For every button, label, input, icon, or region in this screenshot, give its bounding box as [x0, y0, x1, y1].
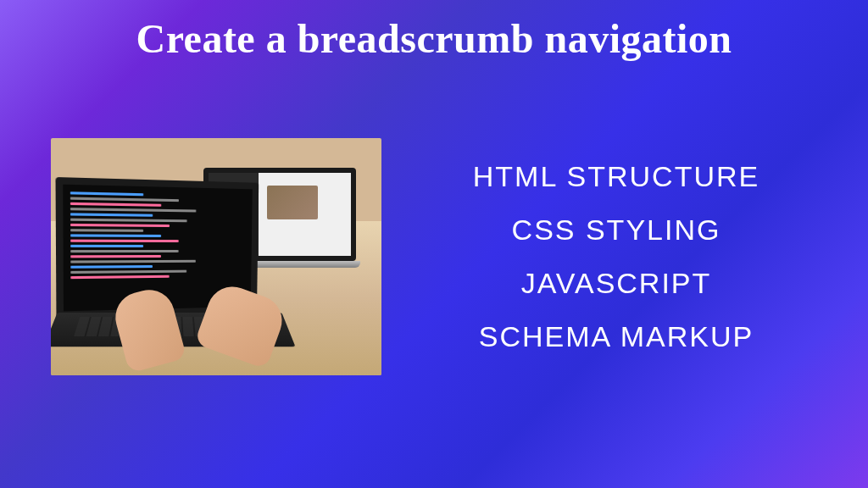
topic-javascript: JAVASCRIPT: [521, 267, 712, 300]
topic-html: HTML STRUCTURE: [473, 160, 760, 193]
content-area: HTML STRUCTURE CSS STYLING JAVASCRIPT SC…: [0, 138, 868, 375]
laptop-illustration: [51, 138, 381, 375]
page-title: Create a breadscrumb navigation: [0, 0, 868, 62]
topic-css: CSS STYLING: [512, 214, 721, 247]
topics-list: HTML STRUCTURE CSS STYLING JAVASCRIPT SC…: [415, 160, 817, 353]
topic-schema: SCHEMA MARKUP: [479, 320, 754, 353]
